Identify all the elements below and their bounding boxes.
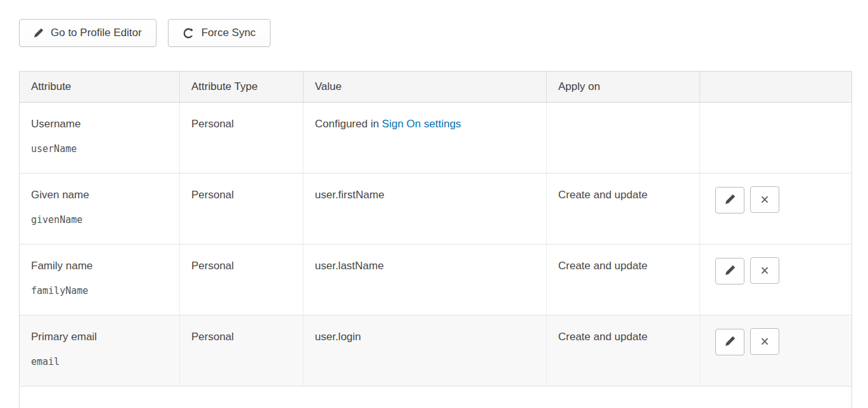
column-header-attribute: Attribute bbox=[20, 72, 180, 103]
attribute-cell: Given name givenName bbox=[20, 174, 180, 245]
apply-on-cell: Create and update bbox=[547, 316, 700, 386]
edit-mapping-button[interactable] bbox=[715, 258, 744, 284]
value-cell: Configured in Sign On settings bbox=[303, 103, 547, 174]
value-cell: user.login bbox=[303, 316, 547, 386]
attribute-label: Given name bbox=[31, 189, 169, 201]
column-header-actions bbox=[700, 72, 852, 103]
apply-on: Create and update bbox=[558, 331, 648, 343]
x-icon: × bbox=[760, 264, 769, 278]
attribute-type-cell: Personal bbox=[180, 103, 303, 174]
go-to-profile-editor-label: Go to Profile Editor bbox=[51, 27, 142, 39]
attribute-mappings-page: Go to Profile Editor Force Sync Attribut… bbox=[0, 0, 868, 408]
attribute-variable: familyName bbox=[31, 285, 88, 296]
row-actions: × bbox=[715, 195, 785, 207]
force-sync-label: Force Sync bbox=[201, 27, 256, 39]
column-header-apply-on: Apply on bbox=[547, 72, 700, 103]
go-to-profile-editor-button[interactable]: Go to Profile Editor bbox=[19, 19, 156, 47]
table-row-partial bbox=[20, 386, 852, 408]
force-sync-button[interactable]: Force Sync bbox=[168, 19, 271, 47]
actions-cell: × bbox=[700, 245, 852, 316]
delete-mapping-button[interactable]: × bbox=[750, 257, 779, 284]
value-text: user.lastName bbox=[315, 260, 384, 272]
x-icon: × bbox=[760, 335, 769, 349]
table-row: Given name givenName Personal user.first… bbox=[20, 174, 852, 245]
edit-mapping-button[interactable] bbox=[715, 329, 744, 355]
table-row: Primary email email Personal user.login … bbox=[20, 316, 852, 386]
attribute-type: Personal bbox=[191, 331, 234, 343]
attribute-type-cell: Personal bbox=[180, 316, 303, 386]
delete-mapping-button[interactable]: × bbox=[750, 328, 779, 355]
actions-cell: × bbox=[700, 174, 852, 245]
attribute-type: Personal bbox=[191, 260, 234, 272]
partial-next-row bbox=[20, 386, 852, 408]
refresh-icon bbox=[182, 27, 195, 39]
pencil-icon bbox=[725, 336, 736, 348]
pencil-icon bbox=[725, 265, 736, 277]
attribute-variable: email bbox=[31, 356, 60, 367]
attribute-label: Username bbox=[31, 118, 169, 131]
attribute-cell: Username userName bbox=[20, 103, 180, 174]
value-text: user.firstName bbox=[315, 189, 385, 201]
delete-mapping-button[interactable]: × bbox=[750, 186, 779, 213]
value-link[interactable]: Sign On settings bbox=[382, 118, 461, 130]
table-row: Family name familyName Personal user.las… bbox=[20, 245, 852, 316]
edit-mapping-button[interactable] bbox=[715, 187, 744, 214]
pencil-icon bbox=[34, 28, 44, 38]
actions-cell bbox=[700, 103, 852, 174]
mapping-table-body: Username userName Personal Configured in… bbox=[20, 103, 852, 386]
row-actions: × bbox=[715, 337, 785, 349]
table-row: Username userName Personal Configured in… bbox=[20, 103, 852, 174]
toolbar: Go to Profile Editor Force Sync bbox=[19, 19, 852, 47]
value-cell: user.lastName bbox=[303, 245, 547, 316]
attribute-type-cell: Personal bbox=[180, 245, 303, 316]
value-cell: user.firstName bbox=[303, 174, 547, 245]
apply-on-cell: Create and update bbox=[547, 245, 700, 316]
x-icon: × bbox=[760, 193, 769, 207]
table-header: Attribute Attribute Type Value Apply on bbox=[20, 72, 852, 103]
attribute-cell: Family name familyName bbox=[20, 245, 180, 316]
value-text: user.login bbox=[315, 331, 361, 343]
apply-on-cell: Create and update bbox=[547, 174, 700, 245]
actions-cell: × bbox=[700, 316, 852, 386]
attribute-variable: givenName bbox=[31, 214, 82, 226]
row-actions: × bbox=[715, 266, 785, 278]
attribute-type: Personal bbox=[191, 118, 234, 130]
column-header-attribute-type: Attribute Type bbox=[180, 72, 303, 103]
attribute-label: Family name bbox=[31, 260, 169, 272]
attribute-type-cell: Personal bbox=[180, 174, 303, 245]
apply-on-cell bbox=[547, 103, 700, 174]
value-text: Configured in bbox=[315, 118, 382, 130]
column-header-value: Value bbox=[303, 72, 547, 103]
attribute-mapping-table: Attribute Attribute Type Value Apply on … bbox=[19, 71, 852, 408]
attribute-label: Primary email bbox=[31, 331, 169, 343]
attribute-variable: userName bbox=[31, 143, 77, 155]
attribute-cell: Primary email email bbox=[20, 316, 180, 386]
attribute-type: Personal bbox=[191, 189, 234, 201]
pencil-icon bbox=[725, 194, 736, 207]
apply-on: Create and update bbox=[558, 260, 648, 272]
apply-on: Create and update bbox=[558, 189, 648, 201]
